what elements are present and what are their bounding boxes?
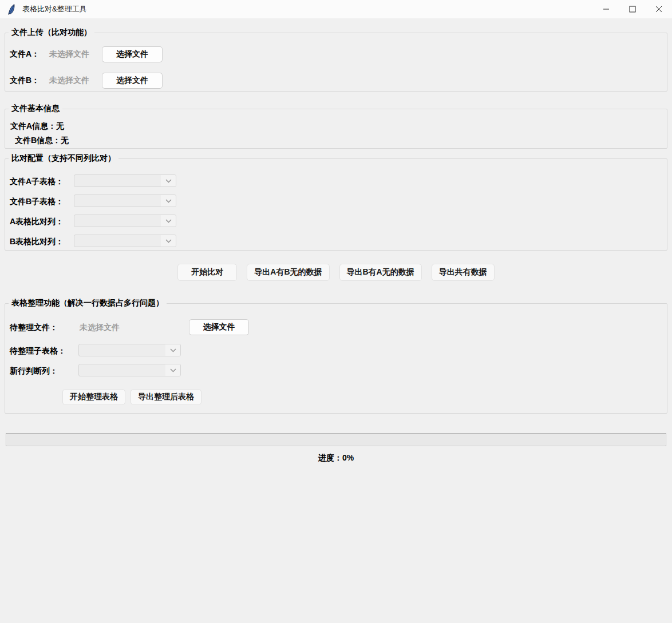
sheet-b-label: 文件B子表格： — [10, 197, 64, 207]
chevron-down-icon — [165, 364, 180, 376]
organize-sheet-combobox-value — [79, 344, 165, 356]
file-b-value: 未选择文件 — [49, 76, 89, 86]
chevron-down-icon — [161, 235, 176, 247]
info-section: 文件基本信息 文件A信息：无 文件B信息：无 — [5, 109, 667, 149]
sheet-b-combobox[interactable] — [74, 195, 176, 207]
col-b-combobox[interactable] — [74, 235, 176, 247]
file-a-choose-button[interactable]: 选择文件 — [102, 46, 163, 62]
export-common-button[interactable]: 导出共有数据 — [432, 264, 495, 281]
sheet-a-label: 文件A子表格： — [10, 177, 64, 187]
upload-section-title: 文件上传（比对功能） — [9, 27, 94, 38]
organize-section-title: 表格整理功能（解决一行数据占多行问题） — [9, 298, 167, 308]
file-a-info: 文件A信息：无 — [10, 121, 64, 132]
sheet-a-combobox[interactable] — [74, 174, 176, 187]
compare-actions-row: 开始比对 导出A有B无的数据 导出B有A无的数据 导出共有数据 — [0, 264, 672, 281]
chevron-down-icon — [161, 175, 176, 186]
export-a-not-b-button[interactable]: 导出A有B无的数据 — [247, 264, 329, 281]
info-section-title: 文件基本信息 — [9, 104, 62, 114]
export-b-not-a-button[interactable]: 导出B有A无的数据 — [339, 264, 422, 281]
python-feather-icon — [7, 4, 17, 15]
organize-file-value: 未选择文件 — [80, 323, 120, 333]
compare-config-section: 比对配置（支持不同列比对） 文件A子表格： 文件B子表格： A表格比对列： B表… — [5, 158, 667, 251]
start-compare-button[interactable]: 开始比对 — [177, 264, 237, 281]
organize-section: 表格整理功能（解决一行数据占多行问题） 待整理文件： 未选择文件 选择文件 待整… — [5, 303, 667, 414]
close-button[interactable] — [646, 0, 672, 18]
progress-bar — [6, 433, 666, 446]
newline-col-label: 新行判断列： — [10, 366, 58, 376]
start-organize-button[interactable]: 开始整理表格 — [62, 389, 125, 405]
app-window: 表格比对&整理工具 文件上传（比对功能） 文件A： 未选择文件 选择文件 文件B… — [0, 0, 672, 623]
chevron-down-icon — [161, 195, 176, 207]
chevron-down-icon — [161, 215, 176, 227]
newline-col-combobox-value — [79, 364, 165, 376]
sheet-b-combobox-value — [74, 195, 161, 207]
col-a-combobox-value — [74, 215, 161, 227]
export-organized-button[interactable]: 导出整理后表格 — [131, 389, 201, 405]
compare-config-title: 比对配置（支持不同列比对） — [9, 153, 118, 164]
maximize-button[interactable] — [619, 0, 646, 18]
col-a-combobox[interactable] — [74, 215, 176, 227]
col-b-label: B表格比对列： — [10, 237, 64, 247]
titlebar: 表格比对&整理工具 — [0, 0, 672, 18]
col-a-label: A表格比对列： — [10, 217, 64, 227]
file-b-label: 文件B： — [10, 76, 39, 86]
minimize-button[interactable] — [593, 0, 619, 18]
organize-sheet-combobox[interactable] — [78, 344, 181, 356]
sheet-a-combobox-value — [74, 175, 161, 186]
chevron-down-icon — [165, 344, 180, 356]
organize-file-choose-button[interactable]: 选择文件 — [189, 319, 249, 335]
file-b-info: 文件B信息：无 — [15, 136, 69, 146]
window-title: 表格比对&整理工具 — [22, 4, 87, 14]
progress-label: 进度：0% — [0, 453, 672, 463]
upload-section: 文件上传（比对功能） 文件A： 未选择文件 选择文件 文件B： 未选择文件 选择… — [5, 33, 667, 92]
file-a-value: 未选择文件 — [49, 49, 89, 59]
newline-col-combobox[interactable] — [78, 364, 181, 376]
file-b-choose-button[interactable]: 选择文件 — [102, 73, 163, 89]
organize-file-label: 待整理文件： — [10, 323, 58, 333]
file-a-label: 文件A： — [10, 49, 39, 59]
organize-sheet-label: 待整理子表格： — [10, 346, 66, 356]
col-b-combobox-value — [74, 235, 161, 247]
